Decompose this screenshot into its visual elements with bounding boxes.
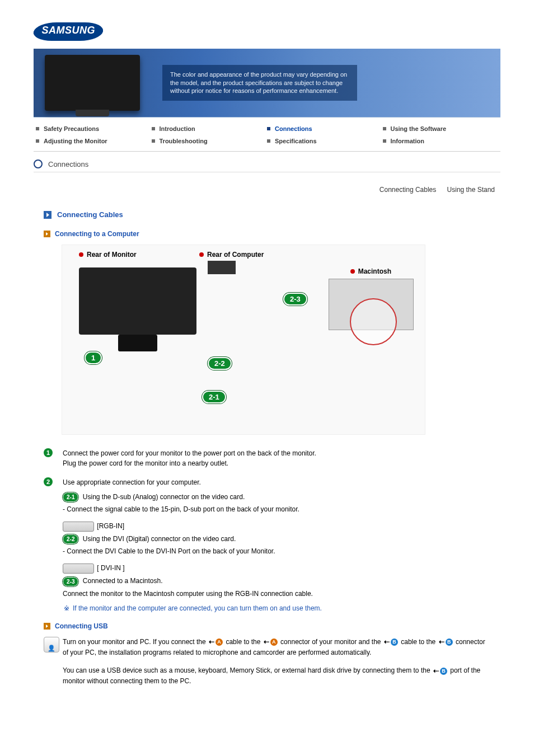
badge-2-2: 2-2 — [63, 534, 78, 544]
heading-connecting-cables: Connecting Cables — [44, 210, 500, 219]
section-title: Connections — [48, 160, 88, 168]
banner-note-text: The color and appearance of the product … — [162, 65, 357, 101]
circle-1-icon: 1 — [44, 448, 53, 457]
usb-text: You can use a USB device such as a mouse… — [63, 666, 432, 674]
note-text: If the monitor and the computer are conn… — [73, 604, 322, 612]
arrow-square-icon — [44, 211, 51, 219]
nav-using-the-software[interactable]: Using the Software — [383, 123, 499, 134]
connection-note: ※ If the monitor and the computer are co… — [64, 604, 500, 612]
nav-safety-precautions[interactable]: Safety Precautions — [36, 123, 152, 134]
square-bullet-icon — [36, 139, 39, 143]
substep-2-1: 2-1 Using the D-sub (Analog) connector o… — [63, 492, 490, 532]
diagram-badge-2-2: 2-2 — [208, 357, 232, 370]
usb-text: cable to the — [226, 638, 262, 646]
nav-introduction[interactable]: Introduction — [152, 123, 268, 134]
step-text: Connect the power cord for your monitor … — [63, 449, 316, 457]
port-label: [ DVI-IN ] — [97, 564, 124, 572]
substep-head: Connected to a Macintosh. — [83, 577, 163, 585]
diagram-badge-2-1: 2-1 — [202, 391, 226, 403]
nav-information[interactable]: Information — [383, 135, 499, 147]
square-bullet-icon — [267, 139, 270, 143]
diagram-badge-1: 1 — [85, 351, 102, 364]
dvi-in-port-icon — [63, 564, 94, 574]
red-dot-icon — [350, 269, 355, 274]
heading-text: Connecting to a Computer — [55, 230, 139, 238]
section-indicator: Connections — [34, 159, 500, 172]
usb-b-cable-icon: ⇠B — [384, 637, 398, 647]
top-navigation: Safety Precautions Introduction Connecti… — [34, 118, 500, 152]
substep-detail: - Connect the signal cable to the 15-pin… — [63, 504, 490, 514]
badge-2-3: 2-3 — [63, 577, 78, 586]
nav-label: Troubleshooting — [160, 138, 208, 144]
nav-connections[interactable]: Connections — [267, 123, 383, 134]
diagram-badge-2-3: 2-3 — [283, 293, 307, 306]
usb-b-connector-icon: ⇠B — [439, 637, 453, 647]
heading-connecting-usb: Connecting USB — [44, 622, 500, 630]
usb-text: Turn on your monitor and PC. If you conn… — [63, 638, 208, 646]
step-text: Plug the power cord for the monitor into… — [63, 459, 228, 467]
step-number: 1 — [44, 448, 63, 468]
nav-label: Connections — [275, 125, 312, 132]
red-dot-icon — [199, 252, 204, 257]
subtab-using-the-stand[interactable]: Using the Stand — [447, 186, 495, 194]
label-rear-of-monitor: Rear of Monitor — [79, 251, 137, 259]
arrow-square-icon — [44, 231, 50, 237]
badge-2-1: 2-1 — [63, 492, 78, 502]
square-bullet-icon — [383, 139, 386, 143]
substep-2-2: 2-2 Using the DVI (Digital) connector on… — [63, 534, 490, 574]
step-1: 1 Connect the power cord for your monito… — [44, 448, 490, 468]
samsung-logo-text: SAMSUNG — [42, 25, 96, 36]
substep-head: Using the DVI (Digital) connector on the… — [83, 535, 236, 543]
heading-text: Connecting USB — [55, 622, 108, 630]
nav-adjusting-the-monitor[interactable]: Adjusting the Monitor — [36, 135, 152, 147]
connection-diagram: Rear of Monitor Rear of Computer Macinto… — [62, 245, 425, 435]
nav-label: Adjusting the Monitor — [44, 138, 107, 144]
nav-label: Specifications — [275, 138, 317, 144]
usb-text: connector of your monitor and the — [280, 638, 383, 646]
nav-label: Using the Software — [391, 125, 447, 132]
step-2: 2 Use appropriate connection for your co… — [44, 477, 490, 487]
heading-connecting-to-computer: Connecting to a Computer — [44, 230, 500, 238]
instruction-steps: 1 Connect the power cord for your monito… — [44, 448, 490, 599]
substep-detail: - Connect the DVI Cable to the DVI-IN Po… — [63, 546, 490, 556]
substep-detail: Connect the monitor to the Macintosh com… — [63, 589, 490, 599]
heading-text: Connecting Cables — [57, 210, 123, 219]
nav-label: Safety Precautions — [44, 125, 99, 132]
diagram-mac-port-highlight — [350, 298, 397, 345]
rgb-in-port-icon — [63, 522, 94, 532]
square-bullet-icon — [383, 127, 386, 130]
arrow-square-icon — [44, 623, 50, 630]
diagram-computer-back — [208, 261, 236, 274]
nav-label: Information — [391, 138, 425, 144]
usb-section: 👤 Turn on your monitor and PC. If you co… — [44, 637, 490, 687]
usb-a-cable-icon: ⇠A — [209, 637, 223, 647]
nav-specifications[interactable]: Specifications — [267, 135, 383, 147]
port-label: [RGB-IN] — [97, 522, 124, 530]
circle-2-icon: 2 — [44, 477, 53, 486]
label-macintosh: Macintosh — [350, 267, 391, 275]
note-mark-icon: ※ — [64, 604, 69, 612]
step-body: Connect the power cord for your monitor … — [63, 448, 490, 468]
nav-label: Introduction — [160, 125, 195, 132]
substep-head: Using the D-sub (Analog) connector on th… — [83, 493, 245, 501]
square-bullet-icon — [36, 127, 39, 130]
sub-tabs: Connecting Cables Using the Stand — [34, 186, 495, 194]
subtab-connecting-cables[interactable]: Connecting Cables — [380, 186, 436, 194]
usb-body: Turn on your monitor and PC. If you conn… — [63, 637, 490, 687]
banner-monitor-image — [45, 55, 140, 111]
diagram-monitor-back — [79, 267, 196, 335]
usb-a-connector-icon: ⇠A — [264, 637, 278, 647]
samsung-logo: SAMSUNG — [31, 22, 105, 41]
diagram-monitor-stand — [118, 335, 157, 351]
header-banner: The color and appearance of the product … — [34, 49, 500, 118]
substep-2-3: 2-3 Connected to a Macintosh. Connect th… — [63, 576, 490, 598]
usb-b-port-icon: ⇠B — [433, 666, 447, 677]
square-bullet-icon — [152, 127, 155, 130]
usb-person-icon: 👤 — [44, 637, 63, 687]
step-text: Use appropriate connection for your comp… — [63, 478, 201, 486]
red-dot-icon — [79, 252, 83, 257]
step-number: 2 — [44, 477, 63, 487]
step-body: Use appropriate connection for your comp… — [63, 477, 490, 487]
nav-troubleshooting[interactable]: Troubleshooting — [152, 135, 268, 147]
square-bullet-icon — [267, 127, 270, 130]
